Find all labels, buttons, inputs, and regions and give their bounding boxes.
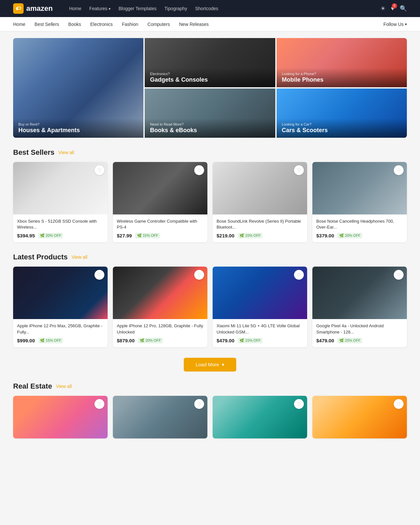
- product-image: [113, 267, 207, 319]
- product-image: [312, 162, 407, 214]
- product-price-row: $219.00 🌿 15% OFF: [217, 233, 303, 238]
- hero-sub-phone: Looking for a Phone?: [282, 72, 402, 76]
- real-estate-view-all[interactable]: View all: [56, 384, 72, 389]
- product-price-row: $999.00 🌿 15% OFF: [17, 338, 104, 343]
- product-name: Apple iPhone 12 Pro, 128GB, Graphite - F…: [117, 323, 203, 335]
- wishlist-button[interactable]: ♡: [294, 399, 304, 409]
- discount-badge: 🌿 15% OFF: [135, 233, 160, 238]
- product-price: $479.00: [316, 338, 334, 343]
- hero-cell-house[interactable]: Buy or Rent? Houses & Apartments: [13, 38, 143, 138]
- logo-icon: 🏷: [13, 3, 24, 14]
- hero-sub-house: Buy or Rent?: [18, 122, 138, 126]
- product-name: Apple iPhone 12 Pro Max, 256GB, Graphite…: [17, 323, 104, 335]
- real-estate-image: ♡: [312, 396, 407, 438]
- wishlist-badge: 0: [392, 3, 397, 9]
- real-estate-card: ♡: [13, 396, 108, 438]
- product-card: ♡ Bose Noise Cancelling Headphones 700, …: [312, 162, 407, 242]
- wishlist-button[interactable]: ♡: [94, 399, 104, 409]
- follow-us-menu[interactable]: Follow Us ▾: [384, 22, 407, 27]
- product-info: Apple iPhone 12 Pro Max, 256GB, Graphite…: [13, 319, 108, 347]
- product-image-wrap: ♡: [13, 267, 108, 319]
- hero-sub-books: Need to Read More?: [150, 122, 270, 126]
- nav-blogger-templates[interactable]: Blogger Templates: [118, 6, 157, 11]
- product-card: ♡ Google Pixel 4a - Unlocked Android Sma…: [312, 267, 407, 347]
- product-image: [213, 267, 307, 319]
- real-estate-image: ♡: [113, 396, 207, 438]
- nav-features[interactable]: Features ▾: [89, 6, 111, 11]
- hero-title-house: Houses & Apartments: [18, 127, 138, 134]
- wishlist-button[interactable]: ♡: [294, 165, 304, 175]
- product-info: Bose SoundLink Revolve (Series II) Porta…: [213, 214, 307, 242]
- load-more-button[interactable]: Load More ▾: [184, 358, 236, 372]
- product-image-wrap: ♡: [312, 267, 407, 319]
- sec-nav-computers[interactable]: Computers: [147, 22, 170, 27]
- product-name: Bose Noise Cancelling Headphones 700, Ov…: [316, 218, 403, 230]
- product-image: [113, 162, 207, 214]
- best-sellers-grid: ♡ Xbox Series S - 512GB SSD Console with…: [13, 162, 407, 242]
- sec-nav-new-releases[interactable]: New Releases: [179, 22, 209, 27]
- product-price-row: $394.95 🌿 20% OFF: [17, 233, 104, 238]
- product-price-row: $27.99 🌿 15% OFF: [117, 233, 203, 238]
- product-name: Wireless Game Controller Compatible with…: [117, 218, 203, 230]
- product-info: Xiaomi Mi 11 Lite 5G + 4G LTE Volte Glob…: [213, 319, 307, 347]
- product-price: $999.00: [17, 338, 35, 343]
- latest-products-section-header: Latest Products View all: [13, 253, 407, 261]
- chevron-down-icon: ▾: [109, 7, 111, 11]
- discount-badge: 🌿 15% OFF: [238, 233, 262, 238]
- nav-tipography[interactable]: Tipography: [164, 6, 187, 11]
- product-price-row: $479.00 🌿 25% OFF: [316, 338, 403, 343]
- product-price: $379.00: [316, 233, 334, 238]
- hero-cell-console[interactable]: Electronics? Gadgets & Consoles: [145, 38, 275, 87]
- product-price: $479.00: [217, 338, 234, 343]
- latest-products-grid: ♡ Apple iPhone 12 Pro Max, 256GB, Graphi…: [13, 267, 407, 347]
- real-estate-card: ♡: [113, 396, 207, 438]
- hero-cell-books[interactable]: Need to Read More? Books & eBooks: [145, 89, 275, 138]
- product-price-row: $479.00 🌿 15% OFF: [217, 338, 303, 343]
- hero-cell-phone[interactable]: Looking for a Phone? Mobile Phones: [277, 38, 407, 87]
- follow-us-chevron-icon: ▾: [405, 22, 407, 27]
- search-icon[interactable]: 🔍: [400, 5, 407, 12]
- product-name: Google Pixel 4a - Unlocked Android Smart…: [316, 323, 403, 335]
- product-price: $394.95: [17, 233, 35, 238]
- sec-nav-bestsellers[interactable]: Best Sellers: [34, 22, 59, 27]
- product-image: [13, 162, 108, 214]
- best-sellers-view-all[interactable]: View all: [58, 150, 74, 155]
- secondary-navigation: Home Best Sellers Books Electronics Fash…: [0, 17, 420, 31]
- load-more-wrapper: Load More ▾: [0, 358, 420, 372]
- real-estate-card: ♡: [213, 396, 307, 438]
- wishlist-button[interactable]: ♡: [394, 399, 404, 409]
- theme-toggle-icon[interactable]: ☀: [380, 5, 386, 12]
- real-estate-card: ♡: [312, 396, 407, 438]
- wishlist-button[interactable]: ♡: [194, 165, 204, 175]
- product-image-wrap: ♡: [13, 162, 108, 214]
- sec-nav-electronics[interactable]: Electronics: [90, 22, 113, 27]
- wishlist-icon[interactable]: ♥ 0: [391, 5, 394, 12]
- hero-cell-cars[interactable]: Looking for a Car? Cars & Scooters: [277, 89, 407, 138]
- best-sellers-title: Best Sellers: [13, 148, 54, 157]
- product-name: Bose SoundLink Revolve (Series II) Porta…: [217, 218, 303, 230]
- nav-shortcodes[interactable]: Shortcodes: [195, 6, 218, 11]
- product-card: ♡ Bose SoundLink Revolve (Series II) Por…: [213, 162, 307, 242]
- sec-nav-fashion[interactable]: Fashion: [122, 22, 138, 27]
- hero-grid: Buy or Rent? Houses & Apartments Electro…: [13, 38, 407, 138]
- discount-badge: 🌿 20% OFF: [138, 338, 163, 343]
- product-info: Google Pixel 4a - Unlocked Android Smart…: [312, 319, 407, 347]
- sec-nav-links: Home Best Sellers Books Electronics Fash…: [13, 21, 384, 27]
- product-info: Wireless Game Controller Compatible with…: [113, 214, 207, 242]
- wishlist-button[interactable]: ♡: [194, 399, 204, 409]
- hero-title-console: Gadgets & Consoles: [150, 76, 270, 83]
- product-image-wrap: ♡: [213, 267, 307, 319]
- wishlist-button[interactable]: ♡: [94, 165, 104, 175]
- hero-title-phone: Mobile Phones: [282, 76, 402, 83]
- follow-us-label: Follow Us: [384, 22, 404, 27]
- product-card: ♡ Xiaomi Mi 11 Lite 5G + 4G LTE Volte Gl…: [213, 267, 307, 347]
- top-nav-right: ☀ ♥ 0 🔍: [380, 5, 407, 12]
- logo-link[interactable]: 🏷 amazen: [13, 3, 53, 14]
- wishlist-button[interactable]: ♡: [394, 165, 404, 175]
- latest-products-view-all[interactable]: View all: [72, 254, 87, 260]
- nav-home[interactable]: Home: [69, 6, 81, 11]
- hero-sub-cars: Looking for a Car?: [282, 122, 402, 126]
- sec-nav-home[interactable]: Home: [13, 22, 25, 27]
- sec-nav-books[interactable]: Books: [68, 22, 81, 27]
- product-name: Xiaomi Mi 11 Lite 5G + 4G LTE Volte Glob…: [217, 323, 303, 335]
